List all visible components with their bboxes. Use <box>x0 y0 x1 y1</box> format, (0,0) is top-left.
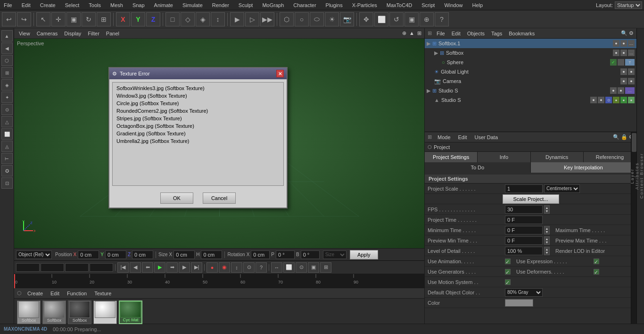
deformer-button[interactable]: ↕ <box>211 12 225 26</box>
coord-mode-select[interactable]: Object (Rel) <box>16 250 52 259</box>
menu-create[interactable]: Create <box>38 2 58 8</box>
sync-button[interactable]: ⊙ <box>243 262 255 273</box>
preview-start-input[interactable]: 90 F <box>90 263 113 272</box>
obj-vis-6[interactable]: ● <box>590 97 597 103</box>
obj-menu-bookmarks[interactable]: Bookmarks <box>507 31 537 36</box>
vp-menu-cameras[interactable]: Cameras <box>35 31 60 36</box>
tool-1[interactable]: ▲ <box>1 30 13 42</box>
tool-13[interactable]: ⊡ <box>1 177 13 189</box>
scale-project-button[interactable]: Scale Project... <box>503 194 559 204</box>
preview-min-input[interactable] <box>505 236 543 245</box>
attrs-edit[interactable]: Edit <box>456 134 469 140</box>
size-h-input[interactable] <box>201 250 222 259</box>
sub-tab-key-interpolation[interactable]: Key Interpolation <box>531 162 637 173</box>
menu-simulate[interactable]: Simulate <box>181 2 205 8</box>
obj-menu-file[interactable]: File <box>435 31 447 36</box>
size-select[interactable]: Size <box>323 250 347 259</box>
spline-button[interactable]: ◇ <box>181 12 195 26</box>
obj-vis-2[interactable]: ✓ <box>610 59 617 66</box>
menu-script[interactable]: Script <box>420 2 437 8</box>
move-view-button[interactable]: ✥ <box>359 12 373 26</box>
attrs-mode[interactable]: Mode <box>436 134 453 140</box>
cube-button[interactable]: ⬡ <box>280 12 294 26</box>
obj-row-6[interactable]: ▲ Studio S ● ● ⊙ ● ● ● <box>425 95 636 105</box>
layout-select[interactable]: Startup <box>615 1 642 9</box>
end-time-input[interactable]: 90 F <box>65 263 89 272</box>
menu-file[interactable]: File <box>2 2 14 8</box>
start-time-input[interactable]: 0 F <box>41 263 64 272</box>
preview-min-spin[interactable]: ▲▼ <box>544 236 550 245</box>
min-time-spin[interactable]: ▲▼ <box>544 226 550 234</box>
obj-search-icon[interactable]: 🔍 <box>621 30 627 36</box>
fps-spin[interactable]: ▲▼ <box>544 205 550 214</box>
vp-menu-view[interactable]: View <box>17 31 32 36</box>
obj-render-0[interactable]: ● <box>620 40 627 47</box>
menu-plugins[interactable]: Plugins <box>324 2 345 8</box>
generator-button[interactable]: ◈ <box>196 12 210 26</box>
obj-vis-3[interactable]: ● <box>620 68 627 75</box>
mat-menu-function[interactable]: Function <box>65 291 89 296</box>
use-animation-checkbox[interactable]: ✓ <box>505 259 511 264</box>
help-button[interactable]: ? <box>435 12 449 26</box>
obj-render-6[interactable]: ● <box>598 97 604 103</box>
record-button[interactable]: ● <box>206 262 218 273</box>
vp-menu-panel[interactable]: Panel <box>104 31 121 36</box>
menu-sculpt[interactable]: Sculpt <box>237 2 255 8</box>
menu-window[interactable]: Window <box>442 2 464 8</box>
obj-row-1[interactable]: ▶ ⊞ Softbox ● ● … <box>425 48 636 58</box>
use-motion-checkbox[interactable]: ✓ <box>505 279 511 285</box>
null-object-button[interactable]: □ <box>165 12 180 26</box>
vp-icon-3[interactable]: ⊞ <box>417 30 421 36</box>
menu-xparticles[interactable]: X-Particles <box>350 2 379 8</box>
mat-menu-texture[interactable]: Texture <box>92 291 113 296</box>
zoom-view-button[interactable]: ⬜ <box>374 12 388 26</box>
apply-button[interactable]: Apply <box>350 250 378 259</box>
menu-edit[interactable]: Edit <box>20 2 33 8</box>
loop-button[interactable]: ? <box>256 262 267 273</box>
render-all-button[interactable]: ▶▶ <box>260 12 274 26</box>
pos-y-input[interactable] <box>105 250 126 259</box>
tool-10[interactable]: ◬ <box>1 141 13 152</box>
lod-input[interactable] <box>505 247 543 255</box>
project-scale-unit[interactable]: Centimeters <box>544 184 580 193</box>
project-scale-input[interactable] <box>505 184 543 193</box>
obj-render-1[interactable]: ● <box>620 50 627 56</box>
motion-button[interactable]: ↕ <box>231 262 242 273</box>
tool-12[interactable]: ✪ <box>1 165 13 176</box>
obj-options-icon[interactable]: ⚙ <box>629 30 634 36</box>
obj-lock-5[interactable]: … <box>625 87 635 94</box>
keyframe-right-button[interactable]: ⬜ <box>283 262 295 273</box>
obj-vis-1[interactable]: ● <box>613 50 619 56</box>
undo-button[interactable]: ↩ <box>2 12 16 26</box>
tool-8[interactable]: △ <box>1 116 13 127</box>
timeline-playhead[interactable] <box>14 274 15 288</box>
lod-spin[interactable]: ▲▼ <box>544 247 550 255</box>
min-time-input[interactable] <box>505 226 543 234</box>
transform-tool-button[interactable]: ⊞ <box>97 12 111 26</box>
menu-tools[interactable]: Tools <box>87 2 103 8</box>
dialog-ok-button[interactable]: OK <box>160 192 193 204</box>
fps-input[interactable] <box>505 205 543 214</box>
dialog-close-button[interactable]: ✕ <box>276 70 284 77</box>
menu-maxto[interactable]: MaxToC4D <box>385 2 414 8</box>
redo-button[interactable]: ↪ <box>17 12 31 26</box>
use-expression-checkbox[interactable]: ✓ <box>594 259 599 264</box>
current-time-input[interactable]: 0 F <box>16 263 40 272</box>
obj-expand-0[interactable]: ▶ <box>427 41 430 47</box>
obj-sph-tag[interactable]: T <box>625 59 635 66</box>
obj-row-3[interactable]: ☀ Global Light ● ● <box>425 67 636 76</box>
tool-5[interactable]: ◈ <box>1 79 13 91</box>
attrs-search-icon[interactable]: 🔍 <box>613 134 619 140</box>
tool-3[interactable]: ⬡ <box>1 55 13 66</box>
obj-lock-0[interactable]: … <box>628 40 635 47</box>
rot-p-input[interactable] <box>276 250 295 259</box>
attrs-lock-icon[interactable]: 🔒 <box>621 134 627 140</box>
prev-frame-button[interactable]: ◀ <box>130 262 141 273</box>
right-scrollbar[interactable] <box>631 132 636 324</box>
keyframe-record-button[interactable]: ⊙ <box>296 262 307 273</box>
mat-menu-create[interactable]: Create <box>25 291 45 296</box>
axis-x-button[interactable]: X <box>116 12 130 26</box>
default-color-select[interactable]: 80% Gray <box>505 288 543 297</box>
menu-animate[interactable]: Animate <box>152 2 175 8</box>
obj-vis-5[interactable]: ● <box>610 87 617 94</box>
